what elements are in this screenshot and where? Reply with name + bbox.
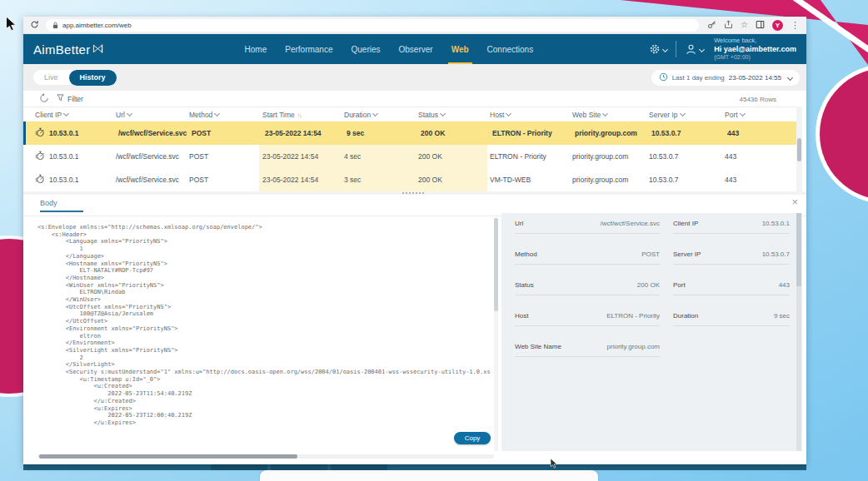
field-web-site-name: Web Site Namepriority.group.com [515, 343, 660, 357]
field-method: MethodPOST [515, 250, 660, 265]
taskbar-segment [211, 464, 267, 470]
browser-menu-icon[interactable]: ⋮ [791, 21, 800, 29]
app-header: AimBetter Home Performance Queries Obser… [23, 34, 806, 64]
field-server-ip: Server IP10.53.0.7 [673, 250, 790, 265]
column-header-host[interactable]: Host [490, 111, 511, 119]
share-icon[interactable] [724, 17, 733, 32]
table-row[interactable]: 10.53.0.1 /wcf/wcf/Service.svc POST 23-0… [23, 121, 801, 146]
taskbar-strip [23, 464, 806, 470]
scrollbar-thumb[interactable] [797, 138, 801, 161]
stopwatch-icon [35, 174, 45, 186]
scrollbar-thumb[interactable] [494, 218, 498, 311]
live-toggle-button[interactable]: Live [33, 70, 69, 85]
browser-address-bar: app.aimbetter.com/web ☆ Y ⋮ [23, 17, 806, 34]
welcome-text: Welcome back, [714, 37, 796, 44]
mouse-cursor [5, 17, 17, 35]
time-range-prefix: Last 1 day ending [672, 74, 725, 82]
nav-queries[interactable]: Queries [352, 45, 381, 54]
scrollbar-thumb[interactable] [796, 213, 801, 286]
scrollbar-thumb[interactable] [39, 454, 297, 459]
side-panel-icon[interactable] [756, 17, 765, 32]
user-profile-icon[interactable] [685, 43, 704, 56]
taskbar-segment [271, 464, 327, 470]
nav-performance[interactable]: Performance [285, 45, 332, 54]
taskbar-segment [331, 464, 387, 470]
column-header-web-site[interactable]: Web Site [572, 111, 607, 119]
chevron-down-icon [214, 111, 220, 117]
decorative-background: app.aimbetter.com/web ☆ Y ⋮ AimBetter [0, 0, 868, 481]
table-row[interactable]: 10.53.0.1 /wcf/wcf/Service.svc POST 23-0… [23, 168, 801, 192]
bottom-white-tab [260, 470, 598, 481]
time-range-date: 23-05-2022 14:55 [729, 74, 781, 82]
live-history-toggle: Live History [33, 70, 117, 85]
chevron-down-icon [787, 74, 793, 80]
user-greeting-block: Welcome back, Hi yael@aimbetter.com (GMT… [714, 37, 796, 61]
user-email: Hi yael@aimbetter.com [714, 45, 796, 54]
stopwatch-icon [35, 151, 45, 162]
bookmark-star-icon[interactable]: ☆ [741, 21, 748, 29]
nav-observer[interactable]: Observer [399, 45, 433, 54]
field-host: HostELTRON - Priority [515, 312, 660, 326]
chevron-down-icon [506, 111, 511, 117]
request-body-xml[interactable]: <s:Envelope xmlns:s="http://schemas.xmls… [37, 224, 490, 457]
tab-body[interactable]: Body [40, 199, 83, 212]
table-scrollbar[interactable] [796, 107, 802, 191]
field-duration: Duration9 sec [673, 312, 790, 326]
request-fields-panel: Url/wcf/wcf/Service.svc MethodPOST Statu… [501, 213, 802, 451]
url-omnibox[interactable]: app.aimbetter.com/web [46, 19, 699, 32]
copy-button[interactable]: Copy [454, 432, 491, 444]
browser-profile-avatar[interactable]: Y [772, 20, 783, 31]
chevron-down-icon [440, 111, 446, 117]
header-divider [676, 41, 676, 57]
column-header-start-time[interactable]: Start Time [262, 111, 302, 119]
mouse-cursor [550, 457, 558, 472]
column-header-method[interactable]: Method [189, 111, 219, 119]
funnel-icon [57, 94, 64, 103]
column-header-server-ip[interactable]: Server Ip [649, 111, 685, 119]
table-header-row: Client IP Url Method Start Time Duration… [23, 107, 801, 123]
column-header-port[interactable]: Port [725, 111, 745, 119]
close-icon[interactable]: × [791, 196, 798, 207]
pink-circle-right [820, 68, 868, 200]
column-header-status[interactable]: Status [418, 111, 445, 119]
column-header-url[interactable]: Url [116, 111, 132, 119]
key-icon[interactable] [707, 17, 716, 32]
table-row[interactable]: 10.53.0.1 /wcf/wcf/Service.svc POST 23-0… [23, 145, 801, 169]
view-toolbar: Live History Last 1 day ending 23-05-202… [23, 64, 806, 91]
chevron-down-icon [63, 111, 69, 117]
chevron-down-icon [127, 111, 132, 117]
refresh-button[interactable] [38, 92, 50, 107]
brand-text: AimBetter [33, 42, 91, 57]
time-range-selector[interactable]: Last 1 day ending 23-05-2022 14:55 [651, 70, 800, 86]
field-port: Port443 [673, 281, 790, 295]
row-count: 45436 Rows [740, 96, 776, 103]
chevron-down-icon [372, 111, 378, 117]
bowtie-logo-icon [92, 42, 103, 57]
stopwatch-icon [35, 127, 45, 139]
nav-web[interactable]: Web [451, 45, 469, 54]
lock-icon [52, 17, 58, 32]
clock-icon [659, 72, 668, 83]
field-status: Status200 OK [515, 281, 660, 295]
filter-button[interactable]: Filter [57, 94, 83, 103]
drag-handle-icon[interactable] [402, 192, 424, 194]
nav-connections[interactable]: Connections [487, 45, 534, 54]
request-detail-panel: Body × <s:Envelope xmlns:s="http://schem… [23, 195, 806, 463]
panel-scrollbar[interactable] [796, 213, 801, 451]
field-client-ip: Client IP10.53.0.1 [673, 220, 790, 234]
user-timezone: (GMT +02:00) [714, 54, 796, 62]
code-vertical-scrollbar[interactable] [494, 218, 498, 451]
aimbetter-logo[interactable]: AimBetter [33, 42, 103, 57]
nav-home[interactable]: Home [245, 45, 267, 54]
history-toggle-button[interactable]: History [69, 70, 117, 86]
chevron-down-icon [740, 111, 746, 117]
settings-gear-icon[interactable] [649, 43, 667, 55]
column-header-duration[interactable]: Duration [344, 111, 377, 119]
chevron-down-icon [679, 111, 685, 117]
code-horizontal-scrollbar[interactable] [37, 454, 494, 459]
column-header-client-ip[interactable]: Client IP [35, 111, 68, 119]
reload-icon[interactable] [30, 17, 39, 32]
url-text[interactable]: app.aimbetter.com/web [62, 22, 132, 29]
field-url: Url/wcf/wcf/Service.svc [515, 220, 660, 234]
filter-label: Filter [67, 95, 83, 103]
